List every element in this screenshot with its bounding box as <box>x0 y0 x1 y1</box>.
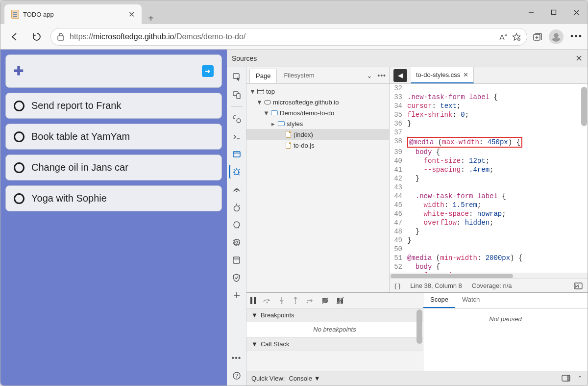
step-into-icon[interactable] <box>278 297 285 305</box>
expand-drawer-icon[interactable]: ⌃ <box>577 375 583 382</box>
watch-tab[interactable]: Watch <box>455 293 487 308</box>
chevron-down-icon[interactable]: ⌄ <box>367 72 372 79</box>
step-out-icon[interactable] <box>292 297 299 305</box>
editor-scrollbar-h[interactable] <box>390 273 588 279</box>
navigator-tab-page[interactable]: Page <box>249 69 277 83</box>
tree-row-domain[interactable]: ▼microsoftedge.github.io <box>246 97 389 107</box>
callstack-section-header[interactable]: ▼Call Stack <box>246 337 423 351</box>
close-file-icon[interactable]: ✕ <box>463 71 468 78</box>
close-tab-icon[interactable]: ✕ <box>128 10 135 19</box>
network-icon[interactable] <box>230 182 244 196</box>
svg-line-24 <box>238 174 240 175</box>
more-tools-icon[interactable] <box>230 288 244 302</box>
breakpoints-section-header[interactable]: ▼Breakpoints <box>246 309 423 322</box>
address-bar[interactable]: https://microsoftedge.github.io/Demos/de… <box>50 28 527 46</box>
svg-point-53 <box>281 302 283 304</box>
svg-point-26 <box>234 206 239 211</box>
task-item[interactable]: Change oil in Jans car <box>5 154 222 180</box>
menu-icon[interactable]: ••• <box>570 31 583 42</box>
new-task-card[interactable]: ✚ ➔ <box>5 54 222 88</box>
step-over-icon[interactable] <box>263 297 271 304</box>
svg-line-19 <box>234 169 235 170</box>
new-tab-button[interactable]: + <box>142 13 160 24</box>
checkbox-icon[interactable] <box>14 162 24 173</box>
editor-back-button[interactable]: ◀ <box>393 69 407 82</box>
performance-icon[interactable] <box>230 200 244 214</box>
performance-insights-icon[interactable] <box>230 218 244 232</box>
device-emulation-icon[interactable] <box>230 88 244 102</box>
svg-point-14 <box>237 119 241 123</box>
devtools-panel-title: Sources <box>232 54 575 62</box>
pause-on-exceptions-icon[interactable] <box>336 297 344 305</box>
editor-file-tab[interactable]: to-do-styles.css✕ <box>411 67 474 83</box>
task-item[interactable]: Send report to Frank <box>5 93 222 119</box>
profile-avatar[interactable] <box>549 29 564 44</box>
scope-not-paused: Not paused <box>423 309 588 371</box>
source-editor: ◀ to-do-styles.css✕ 32 33.new-task-form … <box>390 67 588 292</box>
devtools-close-icon[interactable]: ✕ <box>575 53 583 64</box>
svg-point-28 <box>236 204 237 205</box>
window-close-button[interactable] <box>565 0 588 24</box>
tree-row-index[interactable]: (index) <box>246 129 389 140</box>
navigator-more-icon[interactable]: ••• <box>377 72 386 79</box>
page-content: ✚ ➔ Send report to Frank Book table at Y… <box>0 50 227 386</box>
back-button[interactable] <box>5 28 23 46</box>
svg-point-51 <box>267 302 268 303</box>
debugger-icon[interactable] <box>229 165 243 179</box>
step-icon[interactable] <box>306 297 315 304</box>
elements-icon[interactable] <box>230 112 244 126</box>
window-minimize-button[interactable] <box>520 0 542 24</box>
navigator-tab-filesystem[interactable]: Filesystem <box>278 69 320 82</box>
svg-point-55 <box>295 302 296 304</box>
debug-toolbar <box>246 293 423 309</box>
inspect-icon[interactable] <box>230 70 244 84</box>
devtools-panel: Sources ✕ <box>227 50 588 386</box>
checkbox-icon[interactable] <box>14 131 24 142</box>
deactivate-breakpoints-icon[interactable] <box>321 297 329 305</box>
svg-rect-65 <box>567 375 570 381</box>
devtools-header: Sources ✕ <box>227 50 588 67</box>
browser-tab[interactable]: TODO app ✕ <box>4 4 142 24</box>
source-map-icon[interactable] <box>574 283 583 289</box>
svg-line-23 <box>234 174 235 175</box>
svg-point-17 <box>235 170 239 175</box>
quick-view-selector[interactable]: Console ▼ <box>289 375 320 382</box>
tree-row-js[interactable]: to-do.js <box>246 140 389 151</box>
collections-icon[interactable] <box>532 32 542 42</box>
debug-scrollbar[interactable] <box>416 309 422 344</box>
console-icon[interactable] <box>230 129 244 143</box>
task-item[interactable]: Book table at YamYam <box>5 124 222 150</box>
sources-icon[interactable] <box>230 147 244 161</box>
editor-scrollbar[interactable] <box>581 87 587 126</box>
tree-row-styles[interactable]: ▸styles <box>246 118 389 129</box>
rail-overflow-icon[interactable]: ••• <box>230 351 244 365</box>
dock-side-icon[interactable] <box>562 375 570 382</box>
tab-favicon <box>11 10 19 19</box>
svg-rect-11 <box>233 74 239 78</box>
scope-panel: Scope Watch Not paused <box>423 293 588 371</box>
debugger-panel: ▼Breakpoints No breakpoints ▼Call Stack <box>246 293 423 371</box>
refresh-button[interactable] <box>28 28 46 46</box>
pretty-print-icon[interactable]: { } <box>394 282 400 289</box>
memory-icon[interactable] <box>230 235 244 249</box>
application-icon[interactable] <box>230 253 244 267</box>
tree-row-top[interactable]: ▼top <box>246 86 389 97</box>
editor-statusline: { } Line 38, Column 8 Coverage: n/a <box>390 279 588 292</box>
code-editor[interactable]: 32 33.new-task-form label {34cursor: tex… <box>390 84 588 273</box>
quick-view-bar: Quick View: Console ▼ ⌃ <box>246 371 588 386</box>
window-maximize-button[interactable] <box>542 0 565 24</box>
task-item[interactable]: Yoga with Sophie <box>5 185 222 211</box>
security-icon[interactable] <box>230 271 244 284</box>
scope-tab[interactable]: Scope <box>423 293 455 308</box>
favorite-icon[interactable] <box>512 32 521 41</box>
site-identity-icon[interactable] <box>57 32 65 41</box>
help-icon[interactable]: ? <box>230 369 244 383</box>
tree-row-path[interactable]: ▼Demos/demo-to-do <box>246 107 389 118</box>
tab-title: TODO app <box>23 11 124 18</box>
checkbox-icon[interactable] <box>14 193 24 204</box>
svg-point-57 <box>307 302 308 303</box>
read-aloud-icon[interactable]: A» <box>500 32 508 41</box>
submit-task-button[interactable]: ➔ <box>202 65 214 77</box>
checkbox-icon[interactable] <box>14 101 24 111</box>
pause-icon[interactable] <box>250 297 256 304</box>
